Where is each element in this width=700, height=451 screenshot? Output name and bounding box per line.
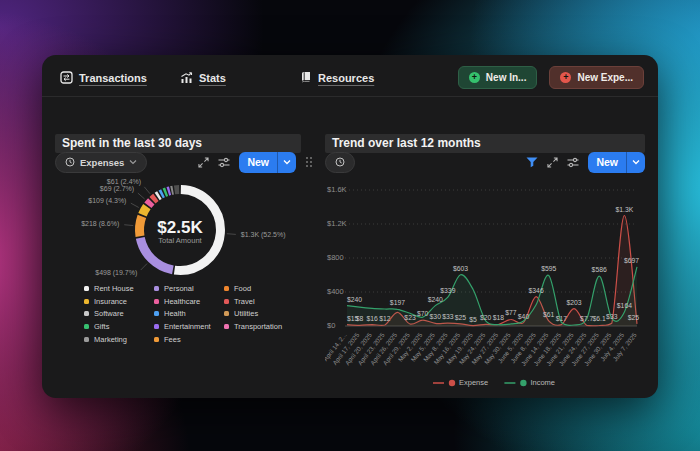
legend-swatch <box>154 337 159 342</box>
legend-swatch <box>224 324 229 329</box>
new-button[interactable]: New <box>239 152 296 173</box>
legend-item: Entertainment <box>154 320 224 333</box>
plus-circle-icon: + <box>469 72 480 83</box>
label-leader-line <box>124 225 133 226</box>
donut-segment <box>142 207 146 215</box>
legend-label: Food <box>234 284 251 293</box>
expand-icon[interactable] <box>547 157 558 168</box>
data-point-label: $12 <box>379 315 391 322</box>
donut-segment <box>140 216 142 236</box>
legend-swatch <box>224 299 229 304</box>
y-axis-tick: $0 <box>327 321 335 330</box>
donut-segment-label: $69 (2.7%) <box>100 185 134 193</box>
legend-label: Health <box>164 309 186 318</box>
legend-item: Rent House <box>84 282 154 295</box>
data-point-label: $5 <box>469 316 477 323</box>
data-point-label: $17 <box>556 315 568 322</box>
transactions-icon <box>60 71 73 84</box>
y-axis-tick: $1.6K <box>327 185 347 194</box>
label-leader-line <box>144 187 150 194</box>
legend-item: Healthcare <box>154 295 224 308</box>
legend-item: Health <box>154 308 224 321</box>
legend-swatch <box>154 324 159 329</box>
data-point-label: $1.3K <box>616 206 634 213</box>
legend-label: Transportation <box>234 322 282 331</box>
nav-item-resources[interactable]: Resources <box>300 71 420 84</box>
legend-label: Gifts <box>94 322 109 331</box>
data-point-label: $40 <box>518 313 530 320</box>
nav-item-stats[interactable]: Stats <box>180 71 300 84</box>
data-point-label: $77 <box>505 309 517 316</box>
legend-label: Utilities <box>234 309 258 318</box>
data-point-label: $603 <box>453 265 468 272</box>
sliders-icon[interactable] <box>567 157 579 168</box>
donut-segment-label: $1.3K (52.5%) <box>241 231 286 239</box>
legend-label: Fees <box>164 335 181 344</box>
data-point-label: $240 <box>428 296 443 303</box>
legend-item: Gifts <box>84 320 154 333</box>
data-point-label: $18 <box>493 314 505 321</box>
legend-swatch <box>84 299 89 304</box>
nav-stats-label: Stats <box>199 72 226 84</box>
donut-segment-label: $498 (19.7%) <box>95 269 137 277</box>
stats-icon <box>180 71 193 84</box>
donut-chart: $1.3K (52.5%)$498 (19.7%)$218 (8.6%)$109… <box>55 176 311 281</box>
donut-segment-label: $109 (4.3%) <box>88 197 126 205</box>
chevron-down-icon <box>129 159 137 165</box>
new-expense-button[interactable]: + New Expe... <box>549 66 644 89</box>
label-leader-line <box>227 234 236 235</box>
expenses-filter-pill[interactable]: Expenses <box>55 152 147 173</box>
data-point-label: $697 <box>624 257 639 264</box>
legend-item: Insurance <box>84 295 154 308</box>
time-filter-pill[interactable] <box>325 152 355 173</box>
data-point-label: $346 <box>529 287 544 294</box>
legend-item: Utilities <box>224 308 294 321</box>
legend-item: Software <box>84 308 154 321</box>
legend-item: Personal <box>154 282 224 295</box>
data-point-label: $8 <box>356 315 364 322</box>
chart-legend-dot <box>449 380 455 386</box>
data-point-label: $164 <box>617 302 632 309</box>
sliders-icon[interactable] <box>218 157 230 168</box>
donut-segment <box>161 193 163 194</box>
chart-legend-label: Expense <box>459 378 488 387</box>
clock-icon <box>65 157 75 167</box>
legend-swatch <box>154 299 159 304</box>
desktop-background: Transactions Stats Resources <box>0 0 700 451</box>
chevron-down-icon[interactable] <box>278 159 296 165</box>
expand-icon[interactable] <box>198 157 209 168</box>
new-button[interactable]: New <box>588 152 645 173</box>
new-income-label: New In... <box>486 72 527 83</box>
legend-label: Personal <box>164 284 194 293</box>
legend-item: Transportation <box>224 320 294 333</box>
nav-item-transactions[interactable]: Transactions <box>60 71 180 84</box>
right-panel-toolbar: New <box>325 151 645 173</box>
data-point-label: $33 <box>606 313 618 320</box>
label-leader-line <box>131 203 139 207</box>
donut-segment <box>157 195 159 196</box>
drag-handle-icon[interactable] <box>305 156 313 168</box>
resources-icon <box>300 71 312 84</box>
legend-item: Food <box>224 282 294 295</box>
donut-segment <box>153 197 156 200</box>
data-point-label: $595 <box>541 265 556 272</box>
data-point-label: $203 <box>566 299 581 306</box>
category-legend: Rent HouseInsuranceSoftwareGiftsMarketin… <box>84 282 294 346</box>
legend-item: Fees <box>154 333 224 346</box>
chevron-down-icon[interactable] <box>627 159 645 165</box>
filter-funnel-icon[interactable] <box>526 157 538 168</box>
legend-swatch <box>84 324 89 329</box>
clock-icon <box>335 157 345 167</box>
data-point-label: $25 <box>628 314 640 321</box>
legend-item: Travel <box>224 295 294 308</box>
data-point-label: $20 <box>480 314 492 321</box>
new-income-button[interactable]: + New In... <box>458 66 538 89</box>
data-point-label: $61 <box>543 311 555 318</box>
legend-swatch <box>84 311 89 316</box>
data-point-label: $30 <box>430 313 442 320</box>
legend-swatch <box>84 286 89 291</box>
nav-action-buttons: + New In... + New Expe... <box>458 66 644 89</box>
legend-label: Travel <box>234 297 255 306</box>
data-point-label: $197 <box>390 299 405 306</box>
new-expense-label: New Expe... <box>577 72 633 83</box>
